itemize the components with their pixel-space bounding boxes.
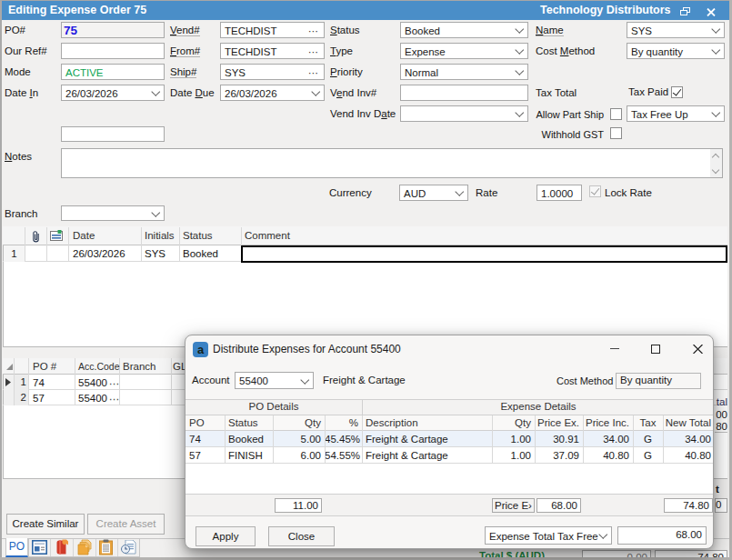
svg-text:a: a	[197, 343, 205, 356]
